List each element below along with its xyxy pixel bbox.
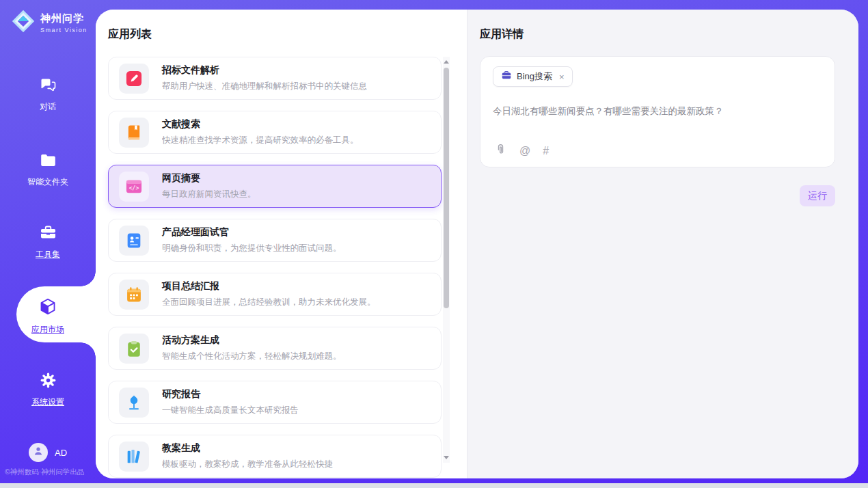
toolbox-icon bbox=[39, 232, 57, 244]
app-item-description: 每日政府新闻资讯快查。 bbox=[162, 189, 256, 200]
app-item-description: 一键智能生成高质量长文本研究报告 bbox=[162, 405, 299, 416]
attachment-icon[interactable] bbox=[494, 143, 507, 159]
list-scrollbar[interactable] bbox=[443, 57, 450, 463]
chat-icon bbox=[39, 85, 57, 96]
brand-name: 神州问学 bbox=[40, 12, 87, 25]
app-item-title: 教案生成 bbox=[162, 442, 333, 455]
copyright-footer: ©神州数码·神州问学出品 bbox=[0, 467, 103, 477]
close-icon[interactable]: × bbox=[559, 72, 565, 82]
sidebar-item-system-settings[interactable]: 系统设置 bbox=[0, 371, 96, 408]
scroll-down-arrow-icon[interactable] bbox=[444, 456, 449, 459]
prompt-input[interactable]: 今日湖北有哪些新闻要点？有哪些需要关注的最新政策？ bbox=[493, 105, 822, 118]
app-item-title: 活动方案生成 bbox=[162, 334, 342, 347]
svg-text:</>: </> bbox=[129, 185, 139, 191]
app-item-title: 文献搜索 bbox=[162, 118, 359, 131]
ink-report-icon bbox=[119, 388, 149, 418]
brand-subtitle: Smart Vision bbox=[40, 27, 87, 33]
sidebar-item-label: 系统设置 bbox=[0, 396, 96, 408]
user-account[interactable]: AD bbox=[0, 443, 96, 462]
sidebar-item-chat[interactable]: 对话 bbox=[0, 76, 96, 113]
user-initials: AD bbox=[55, 448, 67, 458]
app-list: 招标文件解析 帮助用户快速、准确地理解和解析招标书中的关键信息 文献搜索 bbox=[108, 57, 442, 478]
sidebar-item-toolset[interactable]: 工具集 bbox=[0, 223, 96, 260]
app-item-description: 帮助用户快速、准确地理解和解析招标书中的关键信息 bbox=[162, 81, 367, 92]
cube-icon bbox=[38, 308, 58, 319]
app-item-description: 模板驱动，教案秒成，教学准备从此轻松快捷 bbox=[162, 459, 333, 470]
prompt-card: Bing搜索 × 今日湖北有哪些新闻要点？有哪些需要关注的最新政策？ @ # bbox=[480, 56, 835, 167]
app-list-title: 应用列表 bbox=[108, 27, 152, 42]
app-window-frame: 神州问学 Smart Vision 对话 智能文件夹 bbox=[0, 0, 868, 483]
browser-code-icon: </> bbox=[119, 172, 149, 202]
edit-square-icon bbox=[119, 64, 149, 94]
brand-diamond-icon bbox=[11, 9, 36, 36]
resume-icon bbox=[119, 226, 149, 256]
scrollbar-thumb[interactable] bbox=[444, 68, 449, 308]
app-item-description: 快速精准查找学术资源，提高研究效率的必备工具。 bbox=[162, 135, 359, 146]
app-list-panel: 应用列表 招标文件解析 帮助用户快速、准确地理解和解析招标书中的关键信息 bbox=[96, 10, 467, 478]
app-list-item[interactable]: 教案生成 模板驱动，教案秒成，教学准备从此轻松快捷 bbox=[108, 435, 442, 478]
sidebar-item-label: 应用市场 bbox=[0, 324, 96, 336]
app-list-item[interactable]: 研究报告 一键智能生成高质量长文本研究报告 bbox=[108, 381, 442, 424]
sidebar-item-label: 智能文件夹 bbox=[0, 176, 96, 188]
sidebar-item-smart-folder[interactable]: 智能文件夹 bbox=[0, 151, 96, 188]
calendar-icon bbox=[119, 280, 149, 310]
gear-icon bbox=[39, 380, 57, 392]
mention-icon[interactable]: @ bbox=[519, 145, 530, 157]
clipboard-check-icon bbox=[119, 334, 149, 364]
app-list-item[interactable]: 招标文件解析 帮助用户快速、准确地理解和解析招标书中的关键信息 bbox=[108, 57, 442, 100]
input-toolbar: @ # bbox=[494, 143, 549, 159]
sidebar-item-label: 对话 bbox=[0, 101, 96, 113]
app-item-title: 招标文件解析 bbox=[162, 64, 367, 77]
books-icon bbox=[119, 442, 149, 472]
app-item-title: 研究报告 bbox=[162, 388, 299, 401]
sidebar-item-app-market[interactable]: 应用市场 bbox=[0, 297, 96, 336]
briefcase-icon bbox=[501, 70, 512, 83]
run-button[interactable]: 运行 bbox=[800, 185, 835, 206]
app-item-description: 全面回顾项目进展，总结经验教训，助力未来优化发展。 bbox=[162, 297, 376, 308]
tool-tag-bing-search[interactable]: Bing搜索 × bbox=[493, 66, 573, 87]
app-detail-title: 应用详情 bbox=[480, 27, 524, 42]
app-list-item[interactable]: 产品经理面试官 明确身份和职责，为您提供专业性的面试问题。 bbox=[108, 219, 442, 262]
brand-logo: 神州问学 Smart Vision bbox=[11, 9, 87, 36]
book-icon bbox=[119, 118, 149, 148]
sidebar: 神州问学 Smart Vision 对话 智能文件夹 bbox=[0, 0, 96, 483]
app-list-item[interactable]: 活动方案生成 智能生成个性化活动方案，轻松解决规划难题。 bbox=[108, 327, 442, 370]
avatar bbox=[29, 443, 48, 462]
folder-icon bbox=[39, 160, 57, 172]
app-list-item[interactable]: 项目总结汇报 全面回顾项目进展，总结经验教训，助力未来优化发展。 bbox=[108, 273, 442, 316]
app-item-title: 网页摘要 bbox=[162, 172, 256, 185]
app-item-title: 产品经理面试官 bbox=[162, 226, 342, 239]
app-list-item[interactable]: 文献搜索 快速精准查找学术资源，提高研究效率的必备工具。 bbox=[108, 111, 442, 154]
main-content: 应用列表 招标文件解析 帮助用户快速、准确地理解和解析招标书中的关键信息 bbox=[96, 10, 858, 478]
scroll-up-arrow-icon[interactable] bbox=[444, 60, 449, 64]
app-item-description: 明确身份和职责，为您提供专业性的面试问题。 bbox=[162, 243, 342, 254]
app-item-title: 项目总结汇报 bbox=[162, 280, 376, 293]
hash-icon[interactable]: # bbox=[543, 145, 549, 157]
person-icon bbox=[33, 446, 44, 459]
sidebar-item-label: 工具集 bbox=[0, 249, 96, 260]
tool-tag-label: Bing搜索 bbox=[517, 70, 552, 83]
app-list-item-selected[interactable]: </> 网页摘要 每日政府新闻资讯快查。 bbox=[108, 165, 442, 208]
app-detail-panel: 应用详情 Bing搜索 × 今日湖北有哪些新闻要点？有哪些需要关注的最新政策？ bbox=[467, 10, 858, 478]
app-item-description: 智能生成个性化活动方案，轻松解决规划难题。 bbox=[162, 351, 342, 362]
